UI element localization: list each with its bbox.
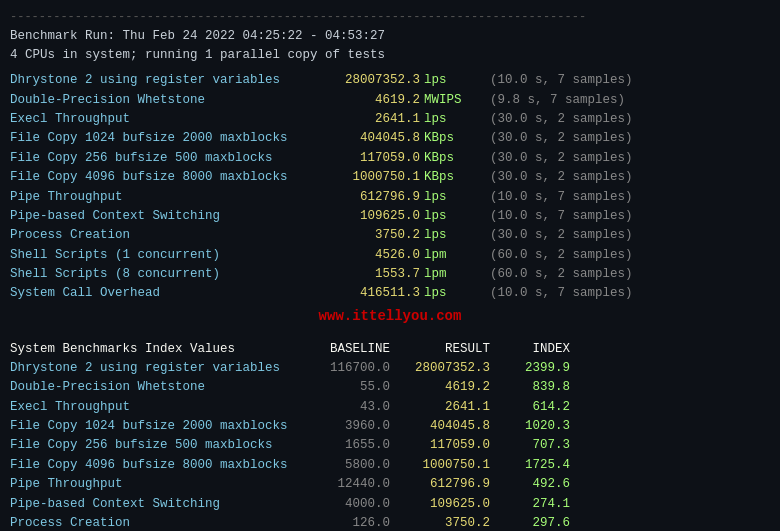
benchmark-label: Double-Precision Whetstone <box>10 91 300 110</box>
index-row-label: File Copy 4096 bufsize 8000 maxblocks <box>10 456 300 475</box>
index-row-label: Process Creation <box>10 514 300 531</box>
index-header: System Benchmarks Index Values BASELINE … <box>10 340 770 359</box>
benchmark-unit: lps <box>420 188 490 207</box>
index-row-baseline: 12440.0 <box>300 475 390 494</box>
benchmark-row: Double-Precision Whetstone4619.2MWIPS(9.… <box>10 91 770 110</box>
benchmark-unit: KBps <box>420 149 490 168</box>
index-header-index: INDEX <box>490 340 570 359</box>
index-row-result: 117059.0 <box>390 436 490 455</box>
index-row-result: 109625.0 <box>390 495 490 514</box>
benchmark-row: Process Creation3750.2lps(30.0 s, 2 samp… <box>10 226 770 245</box>
benchmark-unit: KBps <box>420 168 490 187</box>
benchmark-row: Shell Scripts (8 concurrent)1553.7lpm(60… <box>10 265 770 284</box>
benchmark-notes: (30.0 s, 2 samples) <box>490 110 633 129</box>
index-row-result: 2641.1 <box>390 398 490 417</box>
index-row-baseline: 4000.0 <box>300 495 390 514</box>
benchmark-value: 28007352.3 <box>300 71 420 90</box>
benchmark-label: Process Creation <box>10 226 300 245</box>
benchmark-value: 4526.0 <box>300 246 420 265</box>
index-row: File Copy 1024 bufsize 2000 maxblocks 39… <box>10 417 770 436</box>
benchmark-label: File Copy 256 bufsize 500 maxblocks <box>10 149 300 168</box>
benchmark-run-line: Benchmark Run: Thu Feb 24 2022 04:25:22 … <box>10 27 770 46</box>
index-row: File Copy 256 bufsize 500 maxblocks 1655… <box>10 436 770 455</box>
index-row-baseline: 55.0 <box>300 378 390 397</box>
benchmark-unit: lps <box>420 110 490 129</box>
benchmark-unit: lpm <box>420 265 490 284</box>
benchmark-notes: (10.0 s, 7 samples) <box>490 188 633 207</box>
benchmark-row: Dhrystone 2 using register variables2800… <box>10 71 770 90</box>
index-header-label: System Benchmarks Index Values <box>10 340 300 359</box>
index-row-result: 1000750.1 <box>390 456 490 475</box>
benchmark-notes: (10.0 s, 7 samples) <box>490 71 633 90</box>
benchmark-label: Pipe-based Context Switching <box>10 207 300 226</box>
benchmark-value: 404045.8 <box>300 129 420 148</box>
benchmark-label: Shell Scripts (8 concurrent) <box>10 265 300 284</box>
benchmark-value: 1000750.1 <box>300 168 420 187</box>
index-section: System Benchmarks Index Values BASELINE … <box>10 332 770 531</box>
benchmark-row: Pipe Throughput612796.9lps(10.0 s, 7 sam… <box>10 188 770 207</box>
benchmark-label: Dhrystone 2 using register variables <box>10 71 300 90</box>
benchmark-row: Shell Scripts (1 concurrent)4526.0lpm(60… <box>10 246 770 265</box>
benchmark-notes: (10.0 s, 7 samples) <box>490 284 633 303</box>
benchmark-row: Pipe-based Context Switching109625.0lps(… <box>10 207 770 226</box>
index-row: Dhrystone 2 using register variables 116… <box>10 359 770 378</box>
index-row-result: 404045.8 <box>390 417 490 436</box>
index-row-index: 1020.3 <box>490 417 570 436</box>
benchmark-notes: (30.0 s, 2 samples) <box>490 129 633 148</box>
cpu-info-line: 4 CPUs in system; running 1 parallel cop… <box>10 46 770 65</box>
index-row-baseline: 126.0 <box>300 514 390 531</box>
benchmark-row: System Call Overhead416511.3lps(10.0 s, … <box>10 284 770 303</box>
benchmark-notes: (30.0 s, 2 samples) <box>490 168 633 187</box>
benchmark-unit: lps <box>420 71 490 90</box>
index-row: Pipe-based Context Switching 4000.0 1096… <box>10 495 770 514</box>
index-row-label: Dhrystone 2 using register variables <box>10 359 300 378</box>
index-row: Double-Precision Whetstone 55.0 4619.2 8… <box>10 378 770 397</box>
index-row-baseline: 3960.0 <box>300 417 390 436</box>
index-row-label: Double-Precision Whetstone <box>10 378 300 397</box>
index-row-index: 274.1 <box>490 495 570 514</box>
benchmark-unit: lps <box>420 207 490 226</box>
benchmark-unit: lpm <box>420 246 490 265</box>
benchmark-row: Execl Throughput2641.1lps(30.0 s, 2 samp… <box>10 110 770 129</box>
benchmark-value: 1553.7 <box>300 265 420 284</box>
benchmark-label: Pipe Throughput <box>10 188 300 207</box>
benchmark-row: File Copy 4096 bufsize 8000 maxblocks100… <box>10 168 770 187</box>
index-row-result: 3750.2 <box>390 514 490 531</box>
benchmark-notes: (60.0 s, 2 samples) <box>490 265 633 284</box>
index-row-label: File Copy 1024 bufsize 2000 maxblocks <box>10 417 300 436</box>
watermark: www.ittellyou.com <box>10 304 770 330</box>
index-row-label: File Copy 256 bufsize 500 maxblocks <box>10 436 300 455</box>
benchmark-value: 3750.2 <box>300 226 420 245</box>
benchmark-label: File Copy 4096 bufsize 8000 maxblocks <box>10 168 300 187</box>
benchmark-notes: (60.0 s, 2 samples) <box>490 246 633 265</box>
top-divider: ----------------------------------------… <box>10 8 770 27</box>
index-row-index: 2399.9 <box>490 359 570 378</box>
index-row: Pipe Throughput 12440.0 612796.9 492.6 <box>10 475 770 494</box>
index-header-baseline: BASELINE <box>300 340 390 359</box>
index-row-index: 614.2 <box>490 398 570 417</box>
benchmark-notes: (30.0 s, 2 samples) <box>490 149 633 168</box>
benchmark-value: 416511.3 <box>300 284 420 303</box>
benchmarks-section: Dhrystone 2 using register variables2800… <box>10 67 770 304</box>
benchmark-value: 4619.2 <box>300 91 420 110</box>
benchmark-unit: lps <box>420 226 490 245</box>
index-row-result: 612796.9 <box>390 475 490 494</box>
benchmark-unit: MWIPS <box>420 91 490 110</box>
index-row-label: Pipe Throughput <box>10 475 300 494</box>
index-row-index: 297.6 <box>490 514 570 531</box>
benchmark-unit: KBps <box>420 129 490 148</box>
benchmark-label: Execl Throughput <box>10 110 300 129</box>
index-row-index: 1725.4 <box>490 456 570 475</box>
benchmark-unit: lps <box>420 284 490 303</box>
benchmark-label: System Call Overhead <box>10 284 300 303</box>
benchmark-notes: (9.8 s, 7 samples) <box>490 91 625 110</box>
index-row: File Copy 4096 bufsize 8000 maxblocks 58… <box>10 456 770 475</box>
benchmark-row: File Copy 1024 bufsize 2000 maxblocks404… <box>10 129 770 148</box>
index-row-baseline: 1655.0 <box>300 436 390 455</box>
index-row: Process Creation 126.0 3750.2 297.6 <box>10 514 770 531</box>
benchmark-notes: (30.0 s, 2 samples) <box>490 226 633 245</box>
index-row-index: 492.6 <box>490 475 570 494</box>
index-row-baseline: 43.0 <box>300 398 390 417</box>
benchmark-notes: (10.0 s, 7 samples) <box>490 207 633 226</box>
benchmark-label: Shell Scripts (1 concurrent) <box>10 246 300 265</box>
